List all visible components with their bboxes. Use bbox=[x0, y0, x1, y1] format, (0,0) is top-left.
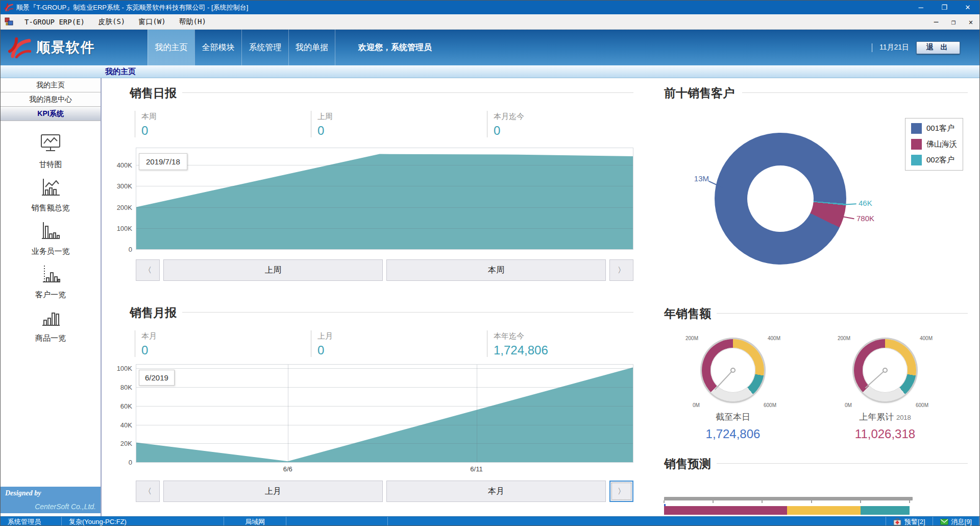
restore-icon: ❐ bbox=[941, 4, 947, 11]
gauge-caption-year: 2018 bbox=[896, 414, 911, 421]
status-network: 局域网 bbox=[224, 517, 286, 526]
stat-label: 本年迄今 bbox=[494, 331, 658, 341]
gauge-needle bbox=[715, 370, 733, 390]
sidebar-item-product-overview[interactable]: 商品一览 bbox=[1, 307, 101, 343]
gauge-current-year: 200M 400M 0M 600M 截至本日 1,724,806 bbox=[667, 331, 799, 441]
daily-chart-nav: 〈 上周 本周 〉 bbox=[136, 259, 633, 281]
daily-sales-title: 销售日报 bbox=[130, 85, 177, 101]
envelope-message-icon bbox=[940, 519, 948, 525]
vendor-name-text: CenterSoft Co.,Ltd. bbox=[35, 503, 96, 511]
stat-this-month: 本月 0 bbox=[135, 330, 306, 357]
separator bbox=[872, 43, 872, 52]
gauge-tick-label: 600M bbox=[764, 402, 776, 408]
this-month-button[interactable]: 本月 bbox=[386, 481, 606, 502]
sidebar-icon-list: 甘特图 销售额总览 业务员一览 bbox=[1, 121, 101, 343]
stat-label: 本月迄今 bbox=[494, 112, 658, 122]
gauge-ring bbox=[854, 339, 916, 401]
gauge-pivot bbox=[730, 368, 736, 373]
menu-item-window[interactable]: 窗口(W) bbox=[132, 14, 172, 29]
stat-month-to-date: 本月迄今 0 bbox=[487, 111, 658, 137]
menu-item-tgroup-erp[interactable]: T-GROUP ERP(E) bbox=[18, 14, 91, 29]
legend-item: 001客户 bbox=[911, 123, 957, 134]
status-alerts[interactable]: 预警[2] bbox=[886, 517, 932, 526]
tab-system-management[interactable]: 系统管理 bbox=[241, 30, 288, 65]
forecast-ruler bbox=[664, 497, 913, 500]
customer-chart-icon bbox=[39, 264, 62, 286]
v-gridline bbox=[288, 365, 288, 462]
first-aid-alert-icon bbox=[893, 518, 901, 525]
ruler-tick bbox=[811, 500, 812, 503]
current-date: 11月21日 bbox=[879, 43, 909, 52]
sidebar-item-message-center[interactable]: 我的消息中心 bbox=[1, 92, 101, 107]
status-messages[interactable]: 消息[9] bbox=[933, 517, 979, 526]
breadcrumb-strip: 我的主页 bbox=[1, 65, 979, 78]
gauge-caption: 上年累计 2018 bbox=[859, 411, 911, 423]
y-axis-tick-label: 60K bbox=[120, 402, 132, 410]
last-month-button[interactable]: 上月 bbox=[163, 481, 383, 502]
chart-tooltip: 2019/7/18 bbox=[139, 153, 187, 170]
mdi-restore-button[interactable]: ❐ bbox=[945, 18, 962, 26]
tab-all-modules[interactable]: 全部模块 bbox=[194, 30, 241, 65]
monthly-prev-button[interactable]: 〈 bbox=[136, 481, 160, 502]
sidebar-item-label: 甘特图 bbox=[39, 160, 62, 170]
daily-next-button[interactable]: 〉 bbox=[609, 259, 633, 281]
sidebar-item-customer-overview[interactable]: 客户一览 bbox=[1, 264, 101, 300]
sidebar-spacer bbox=[1, 343, 101, 487]
tab-my-documents[interactable]: 我的单据 bbox=[288, 30, 335, 65]
gauge-pivot bbox=[883, 368, 888, 373]
exit-button[interactable]: 退 出 bbox=[916, 41, 960, 54]
last-week-button[interactable]: 上周 bbox=[163, 259, 383, 281]
sidebar-item-kpi-system[interactable]: KPI系统 bbox=[1, 107, 101, 121]
close-button[interactable]: ✕ bbox=[956, 1, 979, 14]
minimize-button[interactable]: ─ bbox=[909, 1, 933, 14]
forecast-segment bbox=[787, 506, 861, 515]
ruler-tick bbox=[909, 500, 910, 503]
stat-label: 上周 bbox=[317, 112, 482, 122]
top-customers-title: 前十销售客户 bbox=[664, 85, 734, 101]
h-gridline bbox=[136, 387, 633, 388]
minimize-icon: ─ bbox=[918, 4, 923, 11]
donut-value-label: 13M bbox=[678, 174, 709, 183]
monthly-next-button[interactable]: 〉 bbox=[609, 481, 633, 502]
status-spacer bbox=[388, 517, 886, 526]
sidebar-item-label: 客户一览 bbox=[35, 290, 66, 300]
this-week-button[interactable]: 本周 bbox=[386, 259, 606, 281]
sales-forecast-title: 销售预测 bbox=[664, 456, 711, 472]
designed-by-text: Designed by bbox=[5, 489, 41, 497]
sidebar-item-salesman-overview[interactable]: 业务员一览 bbox=[1, 220, 101, 256]
stat-this-week: 本周 0 bbox=[135, 111, 306, 137]
status-network-text: 局域网 bbox=[245, 517, 265, 526]
gauge-tick-label: 600M bbox=[916, 402, 928, 408]
tab-my-homepage[interactable]: 我的主页 bbox=[148, 30, 194, 65]
sidebar-footer: Designed by CenterSoft Co.,Ltd. bbox=[1, 487, 101, 513]
gauge-dial: 200M 400M 0M 600M bbox=[831, 331, 939, 409]
stat-value: 0 bbox=[141, 124, 306, 138]
menu-item-skin[interactable]: 皮肤(S) bbox=[91, 14, 132, 29]
sidebar-item-sales-overview[interactable]: 销售额总览 bbox=[1, 177, 101, 213]
menu-bar: T-GROUP ERP(E) 皮肤(S) 窗口(W) 帮助(H) ─ ❐ ✕ bbox=[1, 14, 979, 30]
sidebar-item-my-homepage[interactable]: 我的主页 bbox=[1, 78, 101, 92]
menu-item-help[interactable]: 帮助(H) bbox=[173, 14, 213, 29]
status-bar: 系统管理员 复杂(Young-PC:FZ) 局域网 预警[2] 消息[9] bbox=[1, 516, 979, 526]
daily-prev-button[interactable]: 〈 bbox=[136, 259, 160, 281]
mdi-close-button[interactable]: ✕ bbox=[962, 18, 979, 26]
legend-label: 佛山海沃 bbox=[926, 139, 957, 149]
ruler-tick bbox=[664, 500, 665, 503]
monthly-chart-nav: 〈 上月 本月 〉 bbox=[136, 481, 633, 502]
gauge-needle bbox=[865, 370, 886, 388]
window-title: 顺景『T-GROUP』制造业ERP系统 - 东莞顺景软件科技有限公司 - [系统… bbox=[16, 3, 909, 12]
legend-swatch bbox=[911, 123, 922, 134]
gauge-caption: 截至本日 bbox=[716, 411, 750, 423]
salesman-chart-icon bbox=[39, 220, 62, 243]
legend-item: 002客户 bbox=[911, 155, 957, 165]
mdi-minimize-button[interactable]: ─ bbox=[927, 18, 945, 26]
y-axis-tick-label: 0 bbox=[129, 459, 132, 466]
gauge-tick-label: 200M bbox=[838, 336, 850, 341]
close-icon: ✕ bbox=[965, 4, 971, 11]
app-icon bbox=[4, 3, 13, 12]
status-user: 系统管理员 bbox=[1, 517, 62, 526]
sidebar-item-gantt[interactable]: 甘特图 bbox=[1, 133, 101, 170]
area-series bbox=[136, 148, 633, 249]
restore-button[interactable]: ❐ bbox=[933, 1, 956, 14]
gauge-tick-label: 0M bbox=[845, 402, 852, 408]
